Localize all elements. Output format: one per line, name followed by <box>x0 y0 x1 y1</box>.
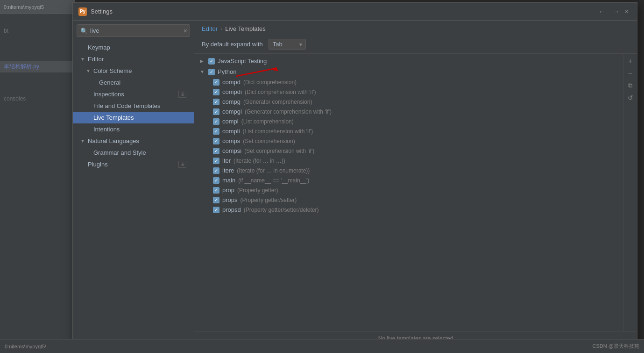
template-item-compdi[interactable]: compdi (Dict comprehension with 'if') <box>194 87 623 97</box>
item-checkbox-iter[interactable] <box>213 158 219 164</box>
item-name-compl: compl <box>222 118 239 125</box>
item-checkbox-compli[interactable] <box>213 128 219 135</box>
template-item-compd[interactable]: compd (Dict comprehension) <box>194 77 623 87</box>
sidebar-item-editor[interactable]: ▼ Editor <box>73 53 194 65</box>
item-desc-main: (if __name__ == '__main__') <box>238 177 309 184</box>
template-item-prop[interactable]: prop (Property getter) <box>194 185 623 195</box>
item-desc-itere: (Iterate (for … in enumerate)) <box>237 167 310 174</box>
template-item-iter[interactable]: iter (Iterate (for … in …)) <box>194 156 623 166</box>
breadcrumb: Editor › Live Templates <box>194 21 637 35</box>
sidebar-item-plugins[interactable]: Plugins ⊞ <box>73 158 194 170</box>
main-panel: Editor › Live Templates By default expan… <box>194 21 637 346</box>
search-input[interactable] <box>77 24 190 37</box>
svg-marker-1 <box>273 67 278 71</box>
sidebar-item-intentions[interactable]: Intentions <box>73 123 194 135</box>
bottom-right: CSDN @景天科技苑 <box>593 343 639 350</box>
item-desc-props: (Property getter/setter) <box>241 197 297 203</box>
sidebar-item-grammar-style[interactable]: Grammar and Style <box>73 147 194 158</box>
item-checkbox-itere[interactable] <box>213 167 219 174</box>
sidebar-item-natural-languages[interactable]: ▼ Natural Languages <box>73 135 194 147</box>
ide-item: bt <box>0 26 75 36</box>
item-checkbox-propsd[interactable] <box>213 207 219 213</box>
group-expand-icon-python: ▼ <box>200 69 205 74</box>
template-item-propsd[interactable]: propsd (Property getter/setter/deleter) <box>194 205 623 215</box>
ide-tab-label: 0:nitems\mypyqt5 <box>4 4 44 10</box>
item-desc-propsd: (Property getter/setter/deleter) <box>244 207 319 213</box>
sidebar-item-general[interactable]: General <box>73 77 194 88</box>
template-item-compsi[interactable]: compsi (Set comprehension with 'if') <box>194 146 623 156</box>
item-desc-compli: (List comprehension with 'if') <box>243 128 313 135</box>
forward-button[interactable]: → <box>610 6 622 18</box>
status-bar: 0:nitems\mypyqt5\. CSDN @景天科技苑 <box>0 339 644 353</box>
item-checkbox-compl[interactable] <box>213 118 219 125</box>
sidebar-item-label: Grammar and Style <box>93 149 146 156</box>
group-javascript-testing[interactable]: ▶ JavaScript Testing <box>194 56 623 66</box>
copy-template-button[interactable]: ⧉ <box>625 80 636 91</box>
plugins-icon: ⊞ <box>178 161 186 168</box>
content-area: 🔍 × Keymap ▼ Editor ▼ Color Scheme <box>73 21 637 346</box>
template-item-comps[interactable]: comps (Set comprehension) <box>194 136 623 146</box>
item-checkbox-compd[interactable] <box>213 79 219 86</box>
template-item-compgi[interactable]: compgi (Generator comprehension with 'if… <box>194 107 623 116</box>
item-checkbox-main[interactable] <box>213 177 219 184</box>
item-checkbox-compgi[interactable] <box>213 108 219 115</box>
expand-with-select[interactable]: Tab Enter Space <box>269 39 306 50</box>
add-template-button[interactable]: + <box>625 56 636 67</box>
item-name-compsi: compsi <box>222 147 241 154</box>
item-desc-compl: (List comprehension) <box>241 118 294 125</box>
sidebar-section: Keymap ▼ Editor ▼ Color Scheme General I… <box>73 41 194 171</box>
item-name-props: props <box>222 196 238 203</box>
item-name-propsd: propsd <box>222 206 241 213</box>
expand-arrow-color-scheme: ▼ <box>86 68 92 73</box>
item-checkbox-prop[interactable] <box>213 187 219 194</box>
sidebar-item-inspections[interactable]: Inspections ⊞ <box>73 88 194 100</box>
item-checkbox-compdi[interactable] <box>213 89 219 95</box>
bottom-path: 0:nitems\mypyqt5\. <box>5 344 48 349</box>
item-desc-compd: (Dict comprehension) <box>243 79 297 86</box>
toolbar-label: By default expand with <box>202 41 263 48</box>
item-name-compg: compg <box>222 98 241 105</box>
template-item-main[interactable]: main (if __name__ == '__main__') <box>194 175 623 185</box>
group-name-js: JavaScript Testing <box>218 58 267 65</box>
item-checkbox-props[interactable] <box>213 197 219 203</box>
sidebar: 🔍 × Keymap ▼ Editor ▼ Color Scheme <box>73 21 194 346</box>
back-button[interactable]: ← <box>596 6 608 18</box>
breadcrumb-parent[interactable]: Editor <box>202 25 218 32</box>
template-item-compl[interactable]: compl (List comprehension) <box>194 116 623 126</box>
sidebar-item-label: Editor <box>88 56 104 63</box>
title-bar: Py Settings ← → × <box>73 3 637 21</box>
template-item-itere[interactable]: itere (Iterate (for … in enumerate)) <box>194 166 623 175</box>
nav-buttons: ← → <box>596 6 622 18</box>
remove-template-button[interactable]: − <box>625 68 636 79</box>
item-checkbox-compsi[interactable] <box>213 148 219 154</box>
sidebar-item-color-scheme[interactable]: ▼ Color Scheme <box>73 65 194 77</box>
template-item-compg[interactable]: compg (Generator comprehension) <box>194 97 623 107</box>
sidebar-item-label: File and Code Templates <box>93 102 161 109</box>
item-desc-iter: (Iterate (for … in …)) <box>234 158 285 164</box>
search-clear-button[interactable]: × <box>184 27 187 35</box>
svg-line-0 <box>236 68 276 76</box>
template-item-props[interactable]: props (Property getter/setter) <box>194 195 623 205</box>
sidebar-item-keymap[interactable]: Keymap <box>73 42 194 53</box>
item-name-compgi: compgi <box>222 108 242 115</box>
template-list-area: ▶ JavaScript Testing ▼ Python <box>194 54 637 331</box>
ide-tab: 0:nitems\mypyqt5 <box>0 0 75 14</box>
group-python[interactable]: ▼ Python <box>194 66 623 77</box>
sidebar-item-label: Natural Languages <box>88 137 139 144</box>
toolbar: By default expand with Tab Enter Space ▼ <box>194 35 637 54</box>
sidebar-item-live-templates[interactable]: Live Templates <box>73 112 194 123</box>
sidebar-item-label: Intentions <box>93 126 120 133</box>
item-name-compd: compd <box>222 79 241 86</box>
group-checkbox-python[interactable] <box>208 69 215 75</box>
item-name-iter: iter <box>222 157 231 164</box>
item-checkbox-compg[interactable] <box>213 99 219 105</box>
group-checkbox-js[interactable] <box>208 58 215 65</box>
close-button[interactable]: × <box>622 7 631 16</box>
undo-button[interactable]: ↺ <box>625 92 636 103</box>
sidebar-item-file-code-templates[interactable]: File and Code Templates <box>73 100 194 112</box>
title-icon: Py <box>78 7 87 16</box>
item-checkbox-comps[interactable] <box>213 138 219 144</box>
template-item-compli[interactable]: compli (List comprehension with 'if') <box>194 126 623 136</box>
expand-select-wrapper: Tab Enter Space ▼ <box>269 39 306 50</box>
item-name-prop: prop <box>222 187 234 194</box>
